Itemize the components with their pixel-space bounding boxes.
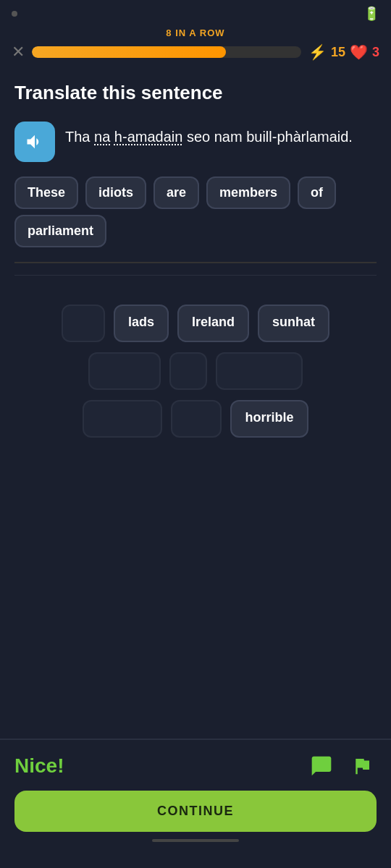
chat-icon (310, 754, 333, 778)
answer-chip-idiots[interactable]: idiots (85, 176, 146, 209)
streak-bar: 8 IN A ROW ✕ ⚡ 15 ❤️ 3 (0, 25, 391, 67)
word-bank: lads Ireland sunhat horrible (0, 290, 391, 438)
word-bank-row3: horrible (14, 400, 377, 438)
bank-chip-blank1 (62, 305, 105, 342)
status-dot (12, 11, 17, 17)
feedback-icons (307, 752, 377, 780)
progress-track (32, 46, 301, 58)
bank-chip-blank4 (216, 352, 303, 390)
battery-icon: 🔋 (363, 6, 379, 22)
streak-label: 8 IN A ROW (166, 27, 224, 38)
answer-chips-row2: parliament (14, 215, 377, 247)
flag-icon (351, 755, 373, 777)
continue-button[interactable]: CONTINUE (14, 791, 377, 832)
bank-chip-blank6 (171, 400, 222, 438)
answer-chip-are[interactable]: are (154, 176, 199, 209)
sentence-row: Tha na h-amadain seo nam buill-phàrlamai… (14, 122, 377, 162)
nice-row: Nice! (14, 752, 377, 780)
speaker-icon (25, 132, 45, 152)
bolt-count: 15 (331, 45, 345, 60)
answer-chip-of[interactable]: of (298, 176, 336, 209)
heart-icon: ❤️ (350, 43, 368, 61)
bank-chip-horrible[interactable]: horrible (230, 400, 308, 438)
nice-text: Nice! (14, 754, 64, 778)
answer-chip-these[interactable]: These (14, 176, 78, 209)
speaker-button[interactable] (14, 122, 55, 162)
word-bank-row2 (14, 352, 377, 390)
word-bank-row1: lads Ireland sunhat (14, 305, 377, 342)
bank-chip-sunhat[interactable]: sunhat (258, 305, 329, 342)
bank-chip-blank5 (83, 400, 162, 438)
flag-button[interactable] (348, 752, 377, 780)
bank-chip-blank2 (88, 352, 161, 390)
bank-chip-lads[interactable]: lads (114, 305, 169, 342)
main-content: Translate this sentence Tha na h-amadain… (0, 67, 391, 290)
sentence-text: Tha na h-amadain seo nam buill-phàrlamai… (65, 122, 353, 148)
stats: ⚡ 15 ❤️ 3 (308, 43, 379, 61)
bolt-icon: ⚡ (308, 43, 327, 61)
answer-area: These idiots are members of parliament (14, 176, 377, 263)
home-indicator (152, 839, 239, 842)
answer-chips-row1: These idiots are members of (14, 176, 377, 209)
answer-chip-parliament[interactable]: parliament (14, 215, 106, 247)
answer-chip-members[interactable]: members (206, 176, 290, 209)
bank-chip-ireland[interactable]: Ireland (177, 305, 249, 342)
bottom-bar: Nice! CONTINUE (0, 739, 391, 868)
progress-fill (32, 46, 226, 58)
heart-count: 3 (372, 45, 379, 60)
divider1 (14, 275, 377, 276)
progress-row: ✕ ⚡ 15 ❤️ 3 (12, 43, 379, 61)
bank-chip-blank3 (169, 352, 207, 390)
close-button[interactable]: ✕ (12, 43, 25, 61)
chat-button[interactable] (307, 752, 336, 780)
page-title: Translate this sentence (14, 82, 377, 104)
status-bar: 🔋 (0, 0, 391, 25)
